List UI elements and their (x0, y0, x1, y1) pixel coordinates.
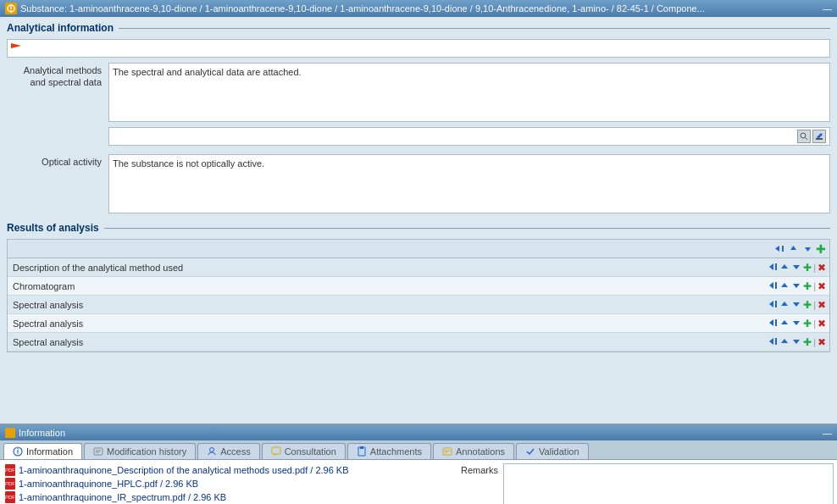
optical-search-btn[interactable] (797, 130, 811, 143)
divider-5: | (813, 337, 816, 347)
row-move-first-4[interactable] (768, 318, 778, 330)
row-move-first-1[interactable] (768, 262, 778, 274)
table-row: Spectral analysis ✚ | ✖ (8, 333, 829, 352)
divider-3: | (813, 300, 816, 310)
remarks-panel: Remarks (461, 463, 834, 504)
row-move-down-2[interactable] (791, 280, 801, 292)
row-move-up-4[interactable] (779, 318, 790, 330)
results-move-up-icon[interactable] (787, 243, 799, 255)
analytical-methods-content: The spectral and analytical data are att… (108, 63, 830, 122)
optical-activity-toolbar-row (7, 127, 830, 149)
tab-information[interactable]: Information (3, 443, 82, 459)
title-bar-left: Substance: 1-aminoanthracene-9,10-dione … (5, 3, 705, 14)
table-row: Spectral analysis ✚ | ✖ (8, 314, 829, 333)
row-delete-5[interactable]: ✖ (818, 336, 826, 348)
results-move-down-icon[interactable] (801, 243, 813, 255)
optical-edit-btn[interactable] (812, 130, 826, 143)
svg-point-36 (210, 448, 214, 452)
row-actions-1: ✚ | ✖ (768, 262, 829, 274)
optical-activity-text[interactable]: The substance is not optically active. (108, 154, 830, 213)
row-move-up-2[interactable] (779, 280, 790, 292)
attachments-tab-icon (357, 446, 367, 457)
results-add-icon[interactable]: ✚ (816, 242, 826, 256)
row-move-first-3[interactable] (768, 299, 778, 311)
svg-rect-38 (360, 446, 363, 449)
row-delete-4[interactable]: ✖ (818, 318, 826, 330)
row-move-first-5[interactable] (768, 336, 778, 348)
tab-access[interactable]: Access (197, 443, 259, 459)
row-move-down-4[interactable] (791, 318, 801, 330)
row-add-2[interactable]: ✚ (803, 280, 812, 292)
list-item[interactable]: PDF 1-aminoanthraquinone_Description of … (3, 463, 456, 477)
analytical-section: Analytical information Analytical method… (7, 22, 830, 213)
tab-annotations[interactable]: Annotations (433, 443, 514, 459)
row-add-3[interactable]: ✚ (803, 299, 812, 311)
row-move-up-3[interactable] (779, 299, 790, 311)
svg-marker-29 (793, 340, 800, 344)
file-name-1: 1-aminoanthraquinone_Description of the … (19, 465, 349, 475)
row-delete-3[interactable]: ✖ (818, 299, 826, 311)
access-tab-icon (207, 446, 217, 457)
svg-marker-13 (793, 265, 800, 269)
tab-attachments-label: Attachments (370, 446, 422, 457)
row-move-up-1[interactable] (779, 262, 790, 274)
tab-modification-history[interactable]: Modification history (84, 443, 196, 459)
row-move-down-3[interactable] (791, 299, 801, 311)
svg-marker-20 (781, 302, 788, 306)
file-name-3: 1-aminoanthraquinone_IR_spectrum.pdf / 2… (19, 492, 226, 502)
row-delete-2[interactable]: ✖ (818, 280, 826, 292)
row-delete-1[interactable]: ✖ (818, 262, 826, 274)
row-add-1[interactable]: ✚ (803, 262, 812, 274)
svg-point-2 (10, 10, 12, 12)
table-row: Chromatogram ✚ | ✖ (8, 277, 829, 296)
tab-consultation[interactable]: Consultation (262, 443, 346, 459)
list-item[interactable]: PDF 1-aminoanthraquinone_HPLC.pdf / 2.96… (3, 477, 456, 490)
modification-history-tab-icon (93, 446, 103, 457)
svg-point-3 (801, 133, 806, 138)
results-section: Results of analysis (7, 222, 830, 352)
row-move-down-5[interactable] (791, 336, 801, 348)
tab-information-label: Information (26, 446, 73, 457)
analytical-section-header: Analytical information (7, 22, 830, 34)
tabs-bar: Information Modification history Access … (0, 440, 837, 459)
list-item[interactable]: PDF 1-aminoanthraquinone_IR_spectrum.pdf… (3, 490, 456, 504)
svg-point-32 (17, 448, 19, 450)
bottom-minimize-btn[interactable]: — (823, 428, 832, 438)
main-content: Analytical information Analytical method… (0, 17, 837, 424)
svg-marker-16 (781, 283, 788, 287)
tab-attachments[interactable]: Attachments (347, 443, 431, 459)
table-row: Description of the analytical method use… (8, 258, 829, 277)
row-label-4: Spectral analysis (13, 318, 768, 329)
row-label-2: Chromatogram (13, 281, 768, 291)
results-section-header: Results of analysis (7, 222, 830, 234)
row-add-4[interactable]: ✚ (803, 318, 812, 330)
row-move-up-5[interactable] (779, 336, 790, 348)
file-name-2: 1-aminoanthraquinone_HPLC.pdf / 2.96 KB (19, 479, 198, 489)
flag-toolbar[interactable] (7, 39, 830, 58)
title-bar: Substance: 1-aminoanthracene-9,10-dione … (0, 0, 837, 17)
row-move-first-2[interactable] (768, 280, 778, 292)
results-table: ✚ Description of the analytical method u… (7, 239, 830, 352)
tab-validation[interactable]: Validation (516, 443, 589, 459)
pdf-icon-1: PDF (5, 464, 15, 476)
analytical-methods-text[interactable]: The spectral and analytical data are att… (108, 63, 830, 122)
remarks-text-box[interactable] (503, 463, 834, 504)
pdf-icon-3: PDF (5, 491, 15, 503)
remarks-label: Remarks (461, 463, 498, 475)
tab-modification-history-label: Modification history (107, 446, 186, 457)
row-move-down-1[interactable] (791, 262, 801, 274)
optical-activity-content: The substance is not optically active. (108, 154, 830, 213)
bottom-title-icon (5, 428, 15, 438)
svg-rect-33 (94, 448, 103, 455)
annotations-tab-icon (442, 446, 452, 457)
svg-marker-14 (769, 282, 773, 289)
bottom-panel: Information — Information Modification h… (0, 424, 837, 504)
optical-activity-row: Optical activity The substance is not op… (7, 154, 830, 213)
results-move-first-icon[interactable] (773, 243, 784, 255)
row-add-5[interactable]: ✚ (803, 336, 812, 348)
optical-toolbar (108, 127, 830, 146)
pdf-icon-2: PDF (5, 478, 15, 490)
analytical-methods-row: Analytical methodsand spectral data The … (7, 63, 830, 122)
svg-rect-23 (775, 319, 777, 326)
minimize-button[interactable]: — (823, 3, 832, 14)
